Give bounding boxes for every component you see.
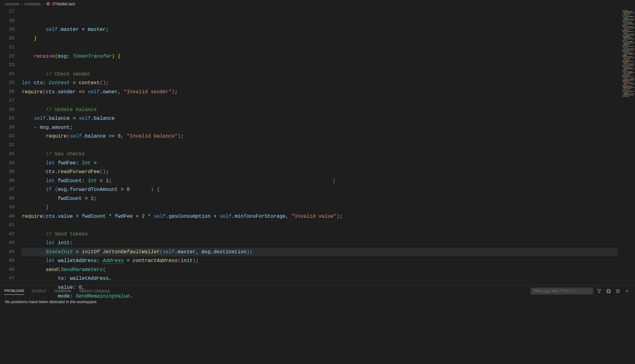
code-line[interactable]: // Check sender (22, 70, 618, 79)
line-number: 30 (0, 123, 14, 132)
line-number: 19 (0, 25, 14, 34)
code-line[interactable]: let fwdFee: Int = (22, 159, 618, 168)
code-line[interactable]: // Update balance (22, 105, 618, 114)
code-line[interactable]: // Send tokens (22, 230, 618, 239)
chevron-right-icon: › (21, 2, 22, 6)
line-number: 43 (0, 239, 14, 248)
code-line[interactable] (22, 43, 618, 52)
line-number: 23 (0, 61, 14, 70)
code-line[interactable]: self.balance = self.balance (22, 114, 618, 123)
code-line[interactable]: let fwdCount: Int = 1; (22, 177, 618, 186)
code-line[interactable]: StateInit = initOf JettonDefaultWallet(s… (22, 248, 618, 257)
line-number: 40 (0, 212, 14, 221)
breadcrumb-part[interactable]: sources (5, 2, 19, 6)
line-number: 29 (0, 114, 14, 123)
line-number: 34 (0, 159, 14, 168)
line-number: 39 (0, 203, 14, 212)
code-line[interactable]: require(ctx.sender == self.owner, "Inval… (22, 88, 618, 97)
editor-area: 1718192021222324252627282930313233343536… (0, 7, 635, 285)
line-number: 35 (0, 167, 14, 177)
line-number: 36 (0, 177, 14, 186)
line-number: 27 (0, 96, 14, 105)
code-line[interactable]: let init: (22, 239, 618, 248)
line-number: 24 (0, 70, 14, 79)
code-line[interactable]: let ctx: Context = context(); (22, 79, 618, 88)
file-icon (46, 2, 50, 6)
chevron-right-icon: › (43, 2, 44, 6)
code-line[interactable] (22, 221, 618, 230)
close-panel-icon[interactable] (624, 288, 631, 294)
code-line[interactable]: require(self.balance >= 0, "Invalid bala… (22, 132, 618, 141)
line-number: 45 (0, 256, 14, 265)
line-number: 37 (0, 185, 14, 194)
code-line[interactable]: receive(msg: TokenTransfer) { (22, 52, 618, 61)
code-line[interactable]: require(ctx.value > fwdCount * fwdFee + … (22, 212, 618, 221)
code-line[interactable]: } (22, 203, 618, 212)
code-line[interactable]: mode: SendRemainingValue. (22, 292, 618, 301)
line-number: 31 (0, 132, 14, 141)
code-line[interactable]: to: walletAddress, (22, 274, 618, 283)
code-line[interactable] (22, 61, 618, 70)
code-line[interactable]: // Gas checks (22, 150, 618, 159)
breadcrumb[interactable]: sources › contracts › JTWallet.tact (0, 0, 635, 7)
breadcrumb-part[interactable]: contracts (24, 2, 41, 6)
text-cursor (334, 178, 334, 185)
line-number: 20 (0, 34, 14, 43)
line-number: 46 (0, 265, 14, 274)
line-number: 47 (0, 274, 14, 283)
line-number: 26 (0, 88, 14, 97)
code-line[interactable]: } (22, 34, 618, 43)
line-number: 17 (0, 7, 14, 17)
minimap-content (622, 10, 634, 97)
line-number: 18 (0, 17, 14, 26)
code-editor[interactable]: self.master = master; } receive(msg: Tok… (22, 7, 618, 285)
line-number: 41 (0, 221, 14, 230)
line-number: 38 (0, 194, 14, 203)
code-line[interactable]: self.master = master; (22, 25, 618, 34)
minimap[interactable] (618, 7, 635, 285)
code-line[interactable]: ctx.readForwardFee(); (22, 167, 618, 177)
line-number: 25 (0, 79, 14, 88)
code-line[interactable]: let walletAddress: Address = contractAdd… (22, 256, 618, 265)
code-line[interactable]: send(SendParameters{ (22, 265, 618, 274)
line-number: 33 (0, 150, 14, 159)
line-number: 21 (0, 43, 14, 52)
line-number: 32 (0, 141, 14, 150)
code-line[interactable]: value: 0, (22, 283, 618, 292)
line-number: 28 (0, 105, 14, 114)
line-number-gutter: 1718192021222324252627282930313233343536… (0, 7, 22, 285)
line-number: 42 (0, 230, 14, 239)
line-number: 44 (0, 248, 14, 257)
code-line[interactable]: if (msg.forwardTonAmount > 0 ) { (22, 185, 618, 194)
line-number: 22 (0, 52, 14, 61)
code-line[interactable]: - msg.amount; (22, 123, 618, 132)
code-line[interactable] (22, 96, 618, 105)
tab-problems[interactable]: PROBLEMS (4, 287, 24, 295)
code-line[interactable]: fwdCount = 2; (22, 194, 618, 203)
code-line[interactable] (22, 141, 618, 150)
breadcrumb-file[interactable]: JTWallet.tact (52, 2, 75, 6)
